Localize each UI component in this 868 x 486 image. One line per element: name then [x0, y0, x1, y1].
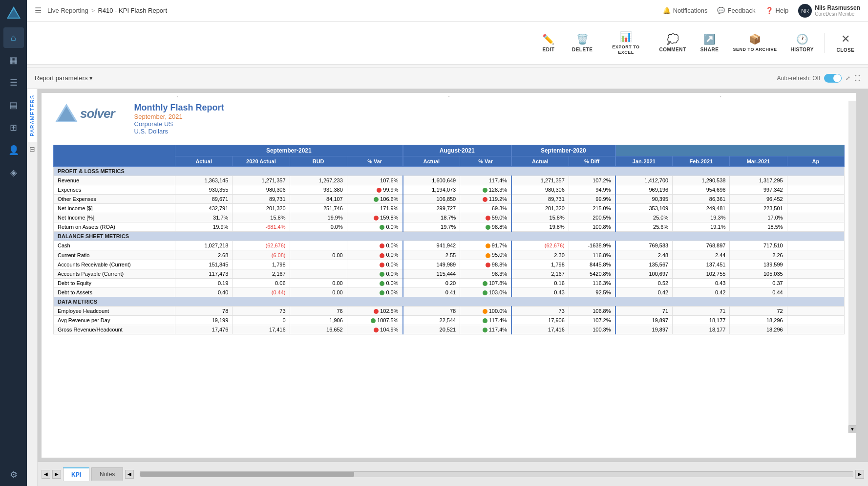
params-label: Report parameters	[35, 74, 87, 82]
sep-pctvar: 0.0%	[347, 250, 402, 260]
red-indicator	[374, 328, 379, 332]
sep-2020actual: 1,271,357	[233, 176, 290, 185]
feedback-button[interactable]: 💬 Feedback	[717, 7, 755, 14]
red-indicator	[380, 263, 384, 267]
app-logo[interactable]	[5, 5, 22, 22]
orange-indicator	[486, 253, 490, 258]
scroll-left-button[interactable]: ◀	[125, 470, 134, 479]
sep-bud: 0.0%	[290, 222, 347, 232]
tab-kpi[interactable]: KPI	[63, 467, 89, 481]
sep20-pctdiff: 5420.8%	[569, 269, 615, 278]
aug-pctvar: 98.3%	[460, 269, 511, 278]
mar-val: 96,452	[730, 195, 787, 204]
sep20-actual: 17,906	[511, 316, 569, 325]
scroll-area	[848, 101, 856, 425]
help-button[interactable]: ❓ Help	[765, 7, 789, 14]
report-currency: U.S. Dollars	[134, 128, 224, 135]
comment-button[interactable]: 💭 COMMENT	[654, 30, 691, 55]
filter-icon[interactable]: ⊟	[29, 145, 35, 153]
expand-icon[interactable]: ⤢	[846, 75, 850, 82]
sep-2020actual: 1,798	[233, 260, 290, 269]
sep-actual: 2.68	[175, 250, 233, 260]
th-feb: Feb-2021	[673, 156, 730, 167]
red-indicator	[374, 216, 379, 221]
sep20-pctdiff: 94.9%	[569, 185, 615, 195]
sidebar-item-list[interactable]: ▤	[3, 95, 24, 115]
sep-2020actual: -681.4%	[233, 222, 290, 232]
sidebar-item-grid[interactable]: ⊞	[3, 117, 24, 138]
sidebar-item-settings[interactable]: ⚙	[3, 464, 24, 485]
tab-notes[interactable]: Notes	[91, 467, 123, 481]
col-group-ytd	[615, 145, 845, 156]
parameters-tab[interactable]: Parameters	[28, 89, 37, 142]
table-row: Gross Revenue/Headcount 17,476 17,416 16…	[54, 325, 845, 334]
fullscreen-icon[interactable]: ⛶	[854, 75, 860, 82]
scroll-down-button[interactable]: ▼	[848, 425, 856, 433]
mar-val: 717,510	[730, 241, 787, 250]
col-group-sep2021: September-2021	[175, 145, 403, 156]
sep-actual: 78	[175, 306, 233, 315]
sep20-pctdiff: 200.5%	[569, 213, 615, 222]
notifications-button[interactable]: 🔔 Notifications	[663, 7, 708, 14]
table-row: Cash 1,027,218 (62,676) 0.0% 941,942 91.…	[54, 241, 845, 250]
feb-val: 768,897	[673, 241, 730, 250]
sep20-pctdiff: 116.8%	[569, 250, 615, 260]
aug-actual: 1,600,649	[403, 176, 460, 185]
sidebar-item-dashboard[interactable]: ▦	[3, 50, 24, 70]
report-subtitle: September, 2021	[134, 113, 224, 120]
scroll-right-button[interactable]: ▶	[855, 470, 864, 479]
help-icon: ❓	[765, 7, 773, 14]
auto-refresh-toggle[interactable]	[824, 74, 842, 83]
delete-button[interactable]: 🗑️ DELETE	[567, 30, 597, 55]
mar-val: 17.0%	[730, 213, 787, 222]
close-button[interactable]: ✕ CLOSE	[831, 30, 860, 56]
share-button[interactable]: ↗️ SHARE	[695, 30, 724, 55]
menu-icon[interactable]: ☰	[35, 6, 42, 15]
green-indicator	[486, 225, 490, 230]
red-indicator	[380, 253, 384, 258]
green-indicator	[380, 290, 384, 295]
sidebar-item-home[interactable]: ⌂	[3, 27, 24, 48]
th-jan: Jan-2021	[615, 156, 673, 167]
side-tabs-panel: Parameters ⊟	[27, 89, 38, 486]
feb-val: 71	[673, 306, 730, 315]
sidebar-item-users[interactable]: 👤	[3, 140, 24, 160]
green-indicator	[380, 272, 384, 277]
tab-next-button[interactable]: ▶	[52, 470, 61, 479]
table-header-label	[54, 145, 175, 167]
breadcrumb-separator: >	[91, 7, 95, 14]
breadcrumb-parent[interactable]: Live Reporting	[47, 7, 88, 14]
aug-actual: 78	[403, 306, 460, 315]
sep-pctvar: 102.5%	[347, 306, 402, 315]
sep20-actual: (62,676)	[511, 241, 569, 250]
section-label: DATA METRICS	[54, 297, 845, 306]
apr-val	[787, 325, 844, 334]
row-label: Accounts Payable (Current)	[54, 269, 175, 278]
sep-bud: 1,906	[290, 316, 347, 325]
edit-button[interactable]: ✏️ EDIT	[534, 30, 563, 55]
sep20-pctdiff: -1638.9%	[569, 241, 615, 250]
user-info[interactable]: NR Nils Rasmussen CoreDesn Membe	[798, 4, 860, 18]
sep-2020actual: 89,731	[233, 195, 290, 204]
jan-val: 0.42	[615, 287, 673, 297]
report-title-block: Monthly Flash Report September, 2021 Cor…	[125, 103, 224, 135]
sep-pctvar: 104.9%	[347, 325, 402, 334]
export-button[interactable]: 📊 EXPORT TO EXCEL	[601, 28, 650, 58]
sidebar-item-reports[interactable]: ☰	[3, 72, 24, 93]
jan-val: 19,897	[615, 325, 673, 334]
th-actual: Actual	[175, 156, 233, 167]
history-button[interactable]: 🕐 HISTORY	[786, 30, 819, 55]
archive-button[interactable]: 📦 SEND TO ARCHIVE	[728, 30, 782, 55]
mar-val: 1,317,295	[730, 176, 787, 185]
params-arrow-icon: ▾	[89, 74, 93, 82]
sidebar-item-analytics[interactable]: ◈	[3, 162, 24, 183]
th-bud: BUD	[290, 156, 347, 167]
report-params-button[interactable]: Report parameters ▾	[35, 74, 93, 82]
horizontal-scrollbar[interactable]	[140, 471, 853, 477]
green-indicator	[380, 281, 384, 286]
tab-prev-button[interactable]: ◀	[42, 470, 50, 479]
th-2020actual: 2020 Actual	[233, 156, 290, 167]
toolbar-divider	[825, 33, 825, 53]
table-row: Revenue 1,363,145 1,271,357 1,267,233 10…	[54, 176, 845, 185]
sep-actual: 31.7%	[175, 213, 233, 222]
